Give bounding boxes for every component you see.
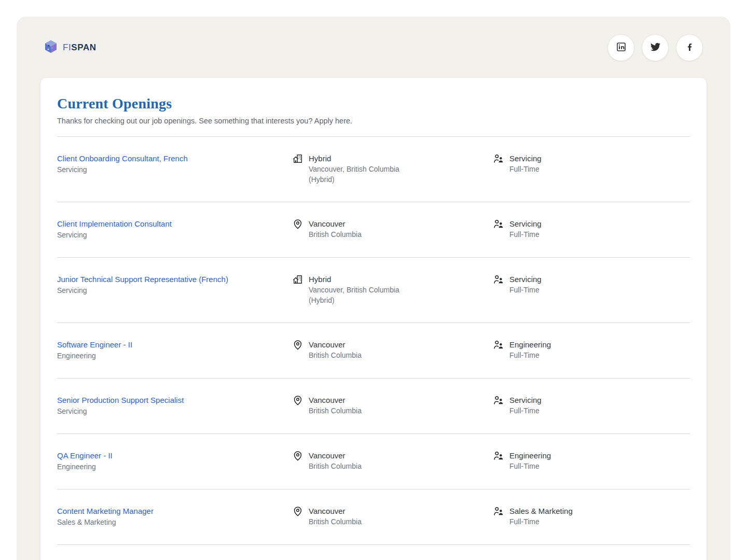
job-employment-type: Full-Time (509, 229, 542, 240)
job-location-tertiary: (Hybrid) (309, 295, 399, 305)
openings-header: Current Openings Thanks for checking out… (57, 78, 690, 137)
job-employment-type: Full-Time (509, 285, 542, 295)
job-title-link[interactable]: Junior Technical Support Representative … (57, 274, 228, 285)
location-pin-icon (292, 506, 303, 517)
location-pin-icon (292, 339, 303, 351)
page-subtitle: Thanks for checking out our job openings… (57, 117, 690, 125)
social-buttons (607, 34, 703, 61)
facebook-button[interactable] (676, 34, 703, 61)
location-pin-icon (292, 218, 303, 230)
job-location-secondary: British Columbia (309, 461, 362, 471)
job-department-label: Servicing (57, 406, 292, 416)
job-location-primary: Hybrid (309, 153, 399, 164)
brand-name-suffix: SPAN (71, 43, 96, 52)
linkedin-icon (616, 42, 626, 54)
job-row: Software Engineer - II Engineering Vanco… (57, 323, 690, 379)
job-employment-type: Full-Time (509, 405, 542, 416)
job-location-primary: Vancouver (309, 395, 362, 405)
twitter-button[interactable] (642, 34, 669, 61)
team-icon (493, 153, 504, 164)
team-icon (493, 450, 504, 461)
job-row: Content Marketing Manager Sales & Market… (57, 489, 690, 545)
team-icon (493, 506, 504, 517)
team-icon (493, 274, 504, 285)
job-location-secondary: Vancouver, British Columbia (309, 285, 399, 295)
page-panel: FISPAN Current Openings Thanks for check… (17, 17, 730, 560)
team-icon (493, 218, 504, 230)
site-header: FISPAN (17, 17, 730, 63)
job-location-primary: Vancouver (309, 339, 362, 350)
job-row: QA Engineer - II Engineering Vancouver B… (57, 434, 690, 489)
fispan-cube-icon (44, 39, 58, 56)
job-location-secondary: British Columbia (309, 350, 362, 360)
job-title-link[interactable]: Senior Production Support Specialist (57, 395, 184, 405)
job-title-link[interactable]: Client Onboarding Consultant, French (57, 153, 188, 164)
brand-logo[interactable]: FISPAN (44, 39, 96, 56)
job-location-primary: Vancouver (309, 506, 362, 516)
twitter-icon (651, 42, 660, 54)
job-team-label: Engineering (509, 450, 551, 461)
job-employment-type: Full-Time (509, 350, 551, 360)
job-department-label: Servicing (57, 164, 292, 175)
job-row: Client Implementation Consultant Servici… (57, 202, 690, 258)
job-location-primary: Vancouver (309, 450, 362, 461)
job-title-link[interactable]: QA Engineer - II (57, 450, 113, 461)
page-title: Current Openings (57, 95, 690, 112)
job-employment-type: Full-Time (509, 461, 551, 471)
team-icon (493, 339, 504, 351)
job-title-link[interactable]: Client Implementation Consultant (57, 218, 172, 229)
job-team-label: Sales & Marketing (509, 506, 573, 516)
location-pin-icon (292, 450, 303, 461)
job-location-tertiary: (Hybrid) (309, 174, 399, 185)
job-title-link[interactable]: Content Marketing Manager (57, 506, 154, 516)
job-location-secondary: British Columbia (309, 229, 362, 240)
job-team-label: Servicing (509, 153, 542, 164)
job-location-secondary: Vancouver, British Columbia (309, 164, 399, 174)
brand-name-prefix: FI (63, 43, 71, 52)
job-team-label: Servicing (509, 395, 542, 405)
job-team-label: Engineering (509, 339, 551, 350)
openings-card: Current Openings Thanks for checking out… (40, 78, 707, 560)
job-row: Client Onboarding Consultant, French Ser… (57, 137, 690, 202)
job-row: Senior Production Support Specialist Ser… (57, 379, 690, 434)
job-department-label: Servicing (57, 230, 292, 240)
job-employment-type: Full-Time (509, 516, 573, 527)
job-row: Q&A Analyst Vancouver Q&A (57, 545, 690, 560)
linkedin-button[interactable] (607, 34, 634, 61)
hybrid-icon (292, 153, 303, 164)
job-department-label: Engineering (57, 351, 292, 361)
hybrid-icon (292, 274, 303, 285)
facebook-icon (685, 42, 695, 54)
job-row: Junior Technical Support Representative … (57, 258, 690, 323)
location-pin-icon (292, 395, 303, 406)
job-team-label: Servicing (509, 218, 542, 229)
job-team-label: Servicing (509, 274, 542, 285)
team-icon (493, 395, 504, 406)
job-employment-type: Full-Time (509, 164, 542, 174)
job-location-secondary: British Columbia (309, 405, 362, 416)
job-title-link[interactable]: Software Engineer - II (57, 339, 132, 350)
job-department-label: Sales & Marketing (57, 517, 292, 527)
job-location-primary: Vancouver (309, 218, 362, 229)
brand-name: FISPAN (63, 43, 96, 53)
job-location-secondary: British Columbia (309, 516, 362, 527)
job-department-label: Servicing (57, 285, 292, 296)
job-location-primary: Hybrid (309, 274, 399, 285)
job-department-label: Engineering (57, 461, 292, 472)
